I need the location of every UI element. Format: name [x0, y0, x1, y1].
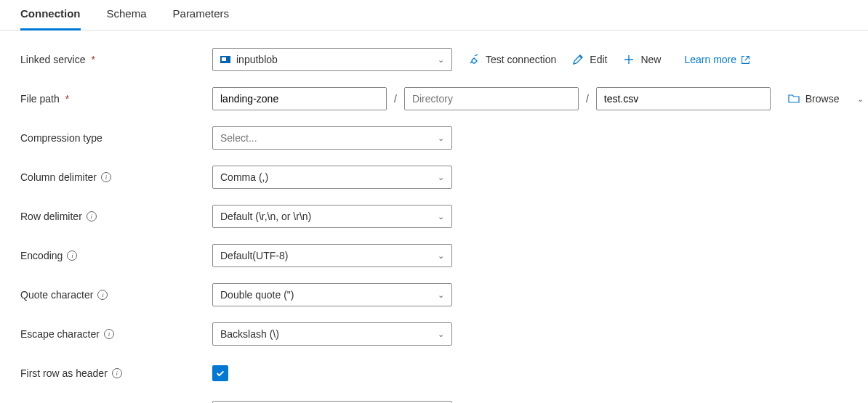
plus-icon — [623, 54, 635, 65]
tab-connection[interactable]: Connection — [20, 0, 81, 30]
connection-form: Linked service* inputblob ⌄ Test connect… — [0, 30, 868, 403]
chevron-down-icon: ⌄ — [438, 173, 444, 182]
chevron-down-icon: ⌄ — [438, 290, 444, 300]
chevron-down-icon: ⌄ — [438, 212, 444, 221]
path-separator: / — [586, 93, 589, 105]
linked-service-icon — [220, 56, 230, 63]
browse-button[interactable]: Browse — [788, 93, 840, 105]
browse-dropdown[interactable]: ⌄ — [853, 94, 867, 104]
folder-icon — [788, 93, 800, 105]
file-path-directory-input[interactable] — [404, 87, 579, 110]
chevron-down-icon: ⌄ — [438, 251, 444, 261]
test-connection-button[interactable]: Test connection — [468, 54, 556, 65]
chevron-down-icon: ⌄ — [438, 330, 444, 339]
plug-icon — [468, 54, 480, 65]
tab-parameters[interactable]: Parameters — [173, 0, 230, 30]
first-row-header-label: First row as header i — [20, 367, 212, 379]
file-path-file-input[interactable] — [596, 87, 771, 110]
pencil-icon — [572, 54, 584, 65]
file-path-label: File path* — [20, 93, 212, 105]
escape-character-label: Escape character i — [20, 328, 212, 340]
quote-character-select[interactable]: Double quote (") ⌄ — [212, 283, 452, 306]
first-row-header-checkbox[interactable] — [212, 365, 228, 381]
check-icon — [215, 368, 225, 378]
encoding-label: Encoding i — [20, 250, 212, 261]
required-marker: * — [92, 54, 95, 65]
chevron-down-icon: ⌄ — [438, 55, 444, 65]
edit-button[interactable]: Edit — [572, 54, 607, 65]
linked-service-label: Linked service* — [20, 54, 212, 65]
info-icon[interactable]: i — [104, 329, 114, 339]
required-marker: * — [65, 93, 69, 105]
info-icon[interactable]: i — [97, 290, 108, 300]
encoding-select[interactable]: Default(UTF-8) ⌄ — [212, 244, 452, 267]
info-icon[interactable]: i — [101, 172, 111, 182]
info-icon[interactable]: i — [87, 211, 97, 221]
escape-character-select[interactable]: Backslash (\) ⌄ — [212, 322, 452, 346]
file-path-container-input[interactable] — [212, 87, 387, 110]
new-button[interactable]: New — [623, 54, 661, 65]
chevron-down-icon: ⌄ — [857, 94, 864, 104]
tab-schema[interactable]: Schema — [107, 0, 147, 30]
quote-character-label: Quote character i — [20, 289, 212, 301]
row-delimiter-label: Row delimiter i — [20, 211, 212, 222]
compression-type-label: Compression type — [20, 132, 212, 144]
linked-service-select[interactable]: inputblob ⌄ — [212, 48, 452, 71]
external-link-icon — [741, 55, 750, 65]
row-delimiter-select[interactable]: Default (\r,\n, or \r\n) ⌄ — [212, 205, 452, 228]
info-icon[interactable]: i — [67, 251, 77, 261]
path-separator: / — [394, 93, 397, 105]
tab-bar: Connection Schema Parameters — [0, 0, 868, 30]
column-delimiter-label: Column delimiter i — [20, 171, 212, 183]
column-delimiter-select[interactable]: Comma (,) ⌄ — [212, 166, 452, 189]
info-icon[interactable]: i — [112, 368, 122, 378]
learn-more-link[interactable]: Learn more — [684, 54, 750, 65]
compression-type-select[interactable]: Select... ⌄ — [212, 126, 452, 150]
chevron-down-icon: ⌄ — [438, 134, 444, 143]
